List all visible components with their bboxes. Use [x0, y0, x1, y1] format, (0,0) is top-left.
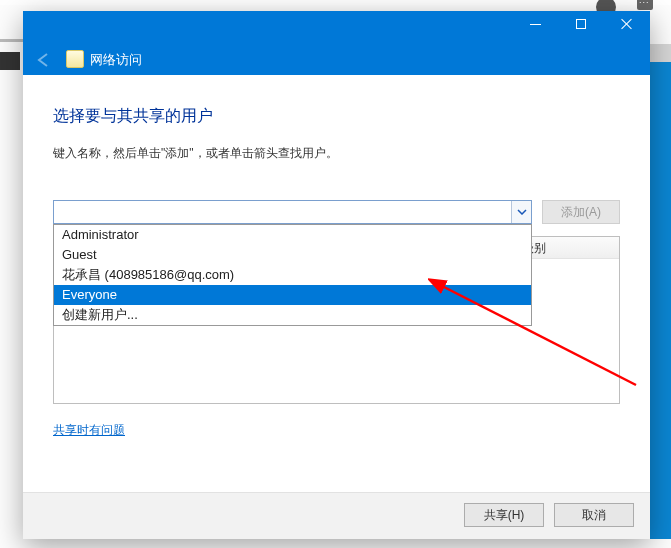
- user-input[interactable]: [54, 201, 511, 223]
- dialog-footer: 共享(H) 取消: [23, 492, 650, 539]
- background-top-strip: [0, 0, 671, 5]
- user-combobox[interactable]: [53, 200, 532, 224]
- share-button[interactable]: 共享(H): [464, 503, 544, 527]
- close-button[interactable]: [604, 11, 650, 37]
- cancel-button[interactable]: 取消: [554, 503, 634, 527]
- maximize-button[interactable]: [558, 11, 604, 37]
- dropdown-option[interactable]: Administrator: [54, 225, 531, 245]
- background-fragment: [0, 39, 25, 42]
- content-area: 选择要与其共享的用户 键入名称，然后单击"添加"，或者单击箭头查找用户。 Adm…: [23, 75, 650, 492]
- dropdown-option[interactable]: 创建新用户...: [54, 305, 531, 325]
- back-arrow-icon[interactable]: [34, 52, 54, 68]
- user-dropdown[interactable]: AdministratorGuest花承昌 (408985186@qq.com)…: [53, 224, 532, 326]
- titlebar[interactable]: 网络访问: [23, 11, 650, 75]
- window-controls: [512, 11, 650, 37]
- chat-icon: [637, 0, 653, 10]
- instruction-text: 键入名称，然后单击"添加"，或者单击箭头查找用户。: [53, 145, 620, 162]
- user-combo-wrap: AdministratorGuest花承昌 (408985186@qq.com)…: [53, 200, 532, 224]
- dropdown-option[interactable]: Everyone: [54, 285, 531, 305]
- chevron-down-icon: [517, 209, 527, 215]
- minimize-button[interactable]: [512, 11, 558, 37]
- dropdown-option[interactable]: 花承昌 (408985186@qq.com): [54, 265, 531, 285]
- dropdown-toggle[interactable]: [511, 201, 531, 223]
- app-icon: [66, 50, 84, 68]
- page-heading: 选择要与其共享的用户: [53, 106, 620, 127]
- dialog-window: 网络访问 选择要与其共享的用户 键入名称，然后单击"添加"，或者单击箭头查找用户…: [23, 11, 650, 539]
- add-user-row: AdministratorGuest花承昌 (408985186@qq.com)…: [53, 200, 620, 224]
- background-fragment: [0, 52, 20, 70]
- add-button[interactable]: 添加(A): [542, 200, 620, 224]
- help-link[interactable]: 共享时有问题: [53, 422, 620, 439]
- dropdown-option[interactable]: Guest: [54, 245, 531, 265]
- window-title: 网络访问: [90, 51, 142, 69]
- desktop-edge: [649, 44, 671, 539]
